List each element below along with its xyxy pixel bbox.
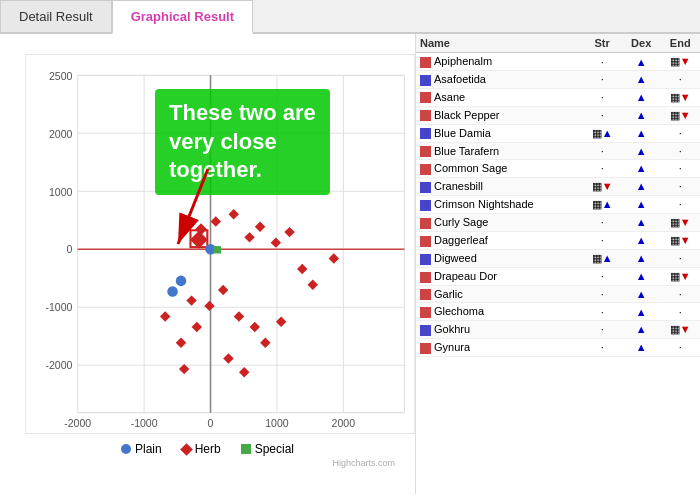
table-row[interactable]: Crimson Nightshade▦▲▲· <box>416 195 700 213</box>
svg-text:2000: 2000 <box>332 417 356 429</box>
cell-dex: ▲ <box>622 267 661 285</box>
chart-legend: Plain Herb Special <box>10 442 405 456</box>
table-row[interactable]: Gokhru·▲▦▼ <box>416 320 700 338</box>
cell-end: ▦▼ <box>660 267 700 285</box>
cell-end: · <box>660 303 700 321</box>
cell-str: · <box>582 320 622 338</box>
svg-point-55 <box>167 286 178 297</box>
cell-str: ▦▲ <box>582 195 622 213</box>
cell-dex: ▲ <box>622 160 661 178</box>
cell-str: ▦▲ <box>582 249 622 267</box>
cell-name: Digweed <box>416 249 582 267</box>
cell-dex: ▲ <box>622 231 661 249</box>
table-row[interactable]: Black Pepper·▲▦▼ <box>416 106 700 124</box>
svg-text:1000: 1000 <box>49 186 73 198</box>
table-row[interactable]: Cranesbill▦▼▲· <box>416 177 700 195</box>
svg-text:1000: 1000 <box>265 417 289 429</box>
table-row[interactable]: Asafoetida·▲· <box>416 71 700 89</box>
cell-end: · <box>660 195 700 213</box>
table-row[interactable]: Asane·▲▦▼ <box>416 88 700 106</box>
cell-dex: ▲ <box>622 338 661 356</box>
col-header-name: Name <box>416 34 582 53</box>
cell-name: Crimson Nightshade <box>416 195 582 213</box>
svg-text:0: 0 <box>208 417 214 429</box>
cell-dex: ▲ <box>622 177 661 195</box>
legend-herb-label: Herb <box>195 442 221 456</box>
cell-name: Cranesbill <box>416 177 582 195</box>
cell-dex: ▲ <box>622 213 661 231</box>
cell-str: · <box>582 142 622 160</box>
cell-name: Gynura <box>416 338 582 356</box>
cell-str: · <box>582 88 622 106</box>
cell-str: ▦▲ <box>582 124 622 142</box>
cell-dex: ▲ <box>622 88 661 106</box>
svg-text:-1000: -1000 <box>45 301 72 313</box>
cell-name: Asafoetida <box>416 71 582 89</box>
legend-plain: Plain <box>121 442 162 456</box>
table-row[interactable]: Common Sage·▲· <box>416 160 700 178</box>
legend-special-icon <box>241 444 251 454</box>
cell-name: Drapeau Dor <box>416 267 582 285</box>
cell-dex: ▲ <box>622 142 661 160</box>
cell-name: Black Pepper <box>416 106 582 124</box>
cell-dex: ▲ <box>622 249 661 267</box>
cell-end: · <box>660 285 700 303</box>
cell-dex: ▲ <box>622 53 661 71</box>
cell-end: ▦▼ <box>660 88 700 106</box>
cell-dex: ▲ <box>622 106 661 124</box>
table-row[interactable]: Digweed▦▲▲· <box>416 249 700 267</box>
cell-name: Curly Sage <box>416 213 582 231</box>
table-row[interactable]: Curly Sage·▲▦▼ <box>416 213 700 231</box>
table-row[interactable]: Daggerleaf·▲▦▼ <box>416 231 700 249</box>
data-table: Name Str Dex End Apiphenalm·▲▦▼Asafoetid… <box>416 34 700 357</box>
svg-rect-2 <box>25 54 415 433</box>
chart-credit: Highcharts.com <box>10 458 405 468</box>
svg-text:-1000: -1000 <box>131 417 158 429</box>
cell-name: Daggerleaf <box>416 231 582 249</box>
tab-graphical-result[interactable]: Graphical Result <box>112 0 253 34</box>
cell-dex: ▲ <box>622 320 661 338</box>
main-content: These two are very close together. <box>0 34 700 494</box>
legend-plain-icon <box>121 444 131 454</box>
cell-str: · <box>582 231 622 249</box>
cell-str: · <box>582 160 622 178</box>
cell-dex: ▲ <box>622 195 661 213</box>
cell-dex: ▲ <box>622 285 661 303</box>
svg-point-56 <box>176 276 187 287</box>
cell-end: ▦▼ <box>660 106 700 124</box>
cell-end: · <box>660 249 700 267</box>
tab-detail-result[interactable]: Detail Result <box>0 0 112 32</box>
cell-end: ▦▼ <box>660 231 700 249</box>
cell-str: · <box>582 285 622 303</box>
cell-str: · <box>582 106 622 124</box>
table-row[interactable]: Garlic·▲· <box>416 285 700 303</box>
cell-name: Apiphenalm <box>416 53 582 71</box>
table-row[interactable]: Gynura·▲· <box>416 338 700 356</box>
cell-end: · <box>660 160 700 178</box>
cell-name: Garlic <box>416 285 582 303</box>
right-panel[interactable]: Name Str Dex End Apiphenalm·▲▦▼Asafoetid… <box>415 34 700 494</box>
tab-bar: Detail Result Graphical Result <box>0 0 700 34</box>
legend-herb-icon <box>180 443 193 456</box>
svg-rect-57 <box>214 246 221 253</box>
legend-special: Special <box>241 442 294 456</box>
cell-str: · <box>582 303 622 321</box>
cell-str: · <box>582 267 622 285</box>
scatter-chart: 2500 2000 1000 0 -1000 -2000 -2000 -1000… <box>25 54 415 434</box>
table-row[interactable]: Drapeau Dor·▲▦▼ <box>416 267 700 285</box>
legend-herb: Herb <box>182 442 221 456</box>
col-header-str: Str <box>582 34 622 53</box>
table-row[interactable]: Glechoma·▲· <box>416 303 700 321</box>
table-row[interactable]: Blue Tarafern·▲· <box>416 142 700 160</box>
cell-end: · <box>660 124 700 142</box>
cell-name: Asane <box>416 88 582 106</box>
table-row[interactable]: Blue Damia▦▲▲· <box>416 124 700 142</box>
table-row[interactable]: Apiphenalm·▲▦▼ <box>416 53 700 71</box>
cell-str: · <box>582 71 622 89</box>
cell-end: · <box>660 177 700 195</box>
cell-str: · <box>582 338 622 356</box>
cell-name: Blue Tarafern <box>416 142 582 160</box>
col-header-end: End <box>660 34 700 53</box>
cell-name: Glechoma <box>416 303 582 321</box>
cell-end: · <box>660 338 700 356</box>
